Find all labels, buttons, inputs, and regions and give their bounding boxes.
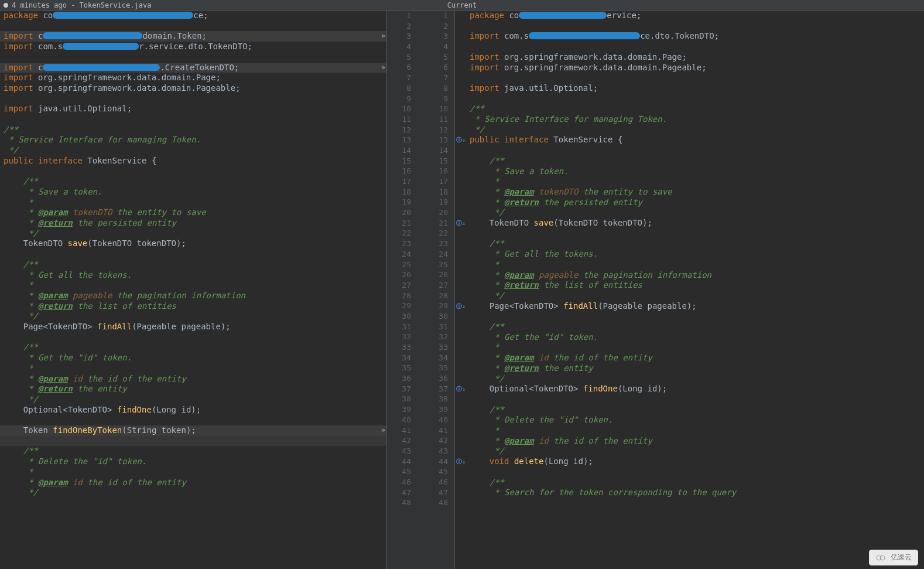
line-number: 6	[387, 62, 411, 73]
line-number: 14	[387, 145, 411, 156]
right-line-gutter: 1234567891011121314151617181920212223242…	[424, 11, 454, 569]
line-number: 18	[387, 187, 411, 197]
line-number: 30	[387, 311, 411, 322]
code-line	[470, 73, 474, 83]
line-number: 11	[387, 114, 411, 125]
line-number: 32	[387, 332, 411, 342]
code-line: * @return the list of entities	[470, 280, 642, 291]
has-implementation-icon[interactable]: Ⓘ↓	[456, 302, 466, 311]
code-line: void delete(Long id);	[470, 456, 593, 467]
line-number: 23	[424, 238, 448, 249]
code-line: Optional<TokenDTO> findOne(Long id);	[4, 405, 201, 415]
code-line: * @param id the id of the entity	[470, 353, 652, 363]
line-number: 27	[387, 280, 411, 291]
code-line	[4, 94, 8, 104]
line-number: 15	[387, 156, 411, 166]
code-line: *	[4, 363, 33, 374]
diff-connector	[417, 11, 424, 569]
line-number: 24	[424, 249, 448, 260]
line-number: 43	[424, 446, 448, 456]
line-number: 32	[424, 332, 448, 342]
code-line: /**	[4, 446, 38, 456]
line-number: 22	[424, 228, 448, 238]
line-number: 5	[424, 52, 448, 63]
line-number: 1	[387, 11, 411, 21]
code-line: /**	[470, 238, 504, 249]
dirty-indicator-icon	[4, 3, 8, 8]
line-number: 19	[387, 197, 411, 207]
line-number: 25	[424, 260, 448, 270]
apply-change-chevron-icon[interactable]: »	[381, 425, 385, 436]
watermark-text: 亿速云	[891, 553, 912, 563]
code-line	[470, 311, 474, 322]
code-line: * @param pageable the pagination informa…	[470, 270, 711, 281]
line-number: 39	[387, 404, 411, 415]
code-line	[470, 94, 474, 104]
code-line: Page<TokenDTO> findAll(Pageable pageable…	[470, 301, 697, 312]
line-number: 27	[424, 280, 448, 291]
line-number: 29	[424, 301, 448, 311]
diff-viewer: package coxce; import cxdomain.Token;»im…	[0, 11, 924, 569]
watermark: 亿速云	[869, 550, 918, 565]
code-line: * @param tokenDTO the entity to save	[470, 187, 672, 197]
has-implementation-icon[interactable]: Ⓘ↓	[456, 219, 466, 227]
code-line: * Search for the token corresponding to …	[470, 488, 736, 498]
line-number: 22	[387, 228, 411, 238]
line-number: 3	[424, 31, 448, 42]
apply-change-chevron-icon[interactable]: »	[381, 31, 385, 42]
has-implementation-icon[interactable]: Ⓘ↓	[456, 458, 466, 466]
line-number: 48	[424, 498, 448, 508]
code-line: */	[470, 446, 504, 456]
has-implementation-icon[interactable]: Ⓘ↓	[456, 385, 466, 393]
line-number: 38	[424, 394, 448, 404]
code-line	[4, 166, 8, 177]
apply-change-chevron-icon[interactable]: »	[381, 63, 385, 73]
line-number: 36	[424, 373, 448, 384]
line-number: 24	[387, 249, 411, 260]
code-line: */	[4, 311, 38, 322]
code-line: * Save a token.	[4, 187, 102, 197]
code-line	[470, 42, 474, 52]
code-line: package coxervice;	[470, 11, 641, 21]
line-number: 48	[387, 498, 411, 508]
code-line: * @return the entity	[470, 363, 593, 374]
code-line: * Get the "id" token.	[470, 332, 598, 343]
code-line: public interface TokenService {	[4, 156, 156, 166]
line-number: 41	[387, 425, 411, 436]
left-code-pane[interactable]: package coxce; import cxdomain.Token;»im…	[0, 11, 386, 569]
line-number: 17	[387, 176, 411, 187]
line-number: 15	[424, 156, 448, 166]
code-line: /**	[470, 156, 504, 166]
line-number: 14	[424, 145, 448, 156]
code-line: *	[470, 176, 499, 187]
code-line: /**	[4, 125, 18, 135]
line-number: 44	[424, 456, 448, 467]
code-line: */	[470, 207, 504, 218]
line-number: 19	[424, 197, 448, 207]
right-code-pane[interactable]: package coxervice; import com.sxce.dto.T…	[466, 11, 924, 569]
line-number: 46	[387, 477, 411, 488]
code-line: import com.sxce.dto.TokenDTO;	[470, 31, 719, 42]
code-line: * @return the persisted entity	[470, 197, 642, 208]
diff-header: 4 minutes ago - TokenService.java Curren…	[0, 0, 924, 11]
code-line: import java.util.Optional;	[470, 83, 598, 94]
code-line: * Save a token.	[470, 166, 569, 177]
line-number: 6	[424, 62, 448, 73]
line-number: 8	[387, 83, 411, 94]
line-number: 42	[387, 435, 411, 446]
has-implementation-icon[interactable]: Ⓘ↓	[456, 136, 466, 144]
code-line	[470, 394, 474, 405]
header-left: 4 minutes ago - TokenService.java	[4, 1, 309, 9]
code-line: * Delete the "id" token.	[470, 415, 612, 425]
right-marker-gutter[interactable]: Ⓘ↓Ⓘ↓Ⓘ↓Ⓘ↓Ⓘ↓	[454, 11, 466, 569]
line-number: 18	[424, 187, 448, 197]
line-number: 46	[424, 477, 448, 488]
code-line: import cxdomain.Token;	[4, 31, 207, 42]
line-number: 34	[387, 353, 411, 363]
code-line: Token findOneByToken(String token);	[4, 425, 196, 436]
line-number: 34	[424, 353, 448, 363]
code-line: public interface TokenService {	[470, 135, 622, 145]
line-number: 12	[424, 125, 448, 135]
line-number: 12	[387, 125, 411, 135]
line-number: 38	[387, 394, 411, 404]
